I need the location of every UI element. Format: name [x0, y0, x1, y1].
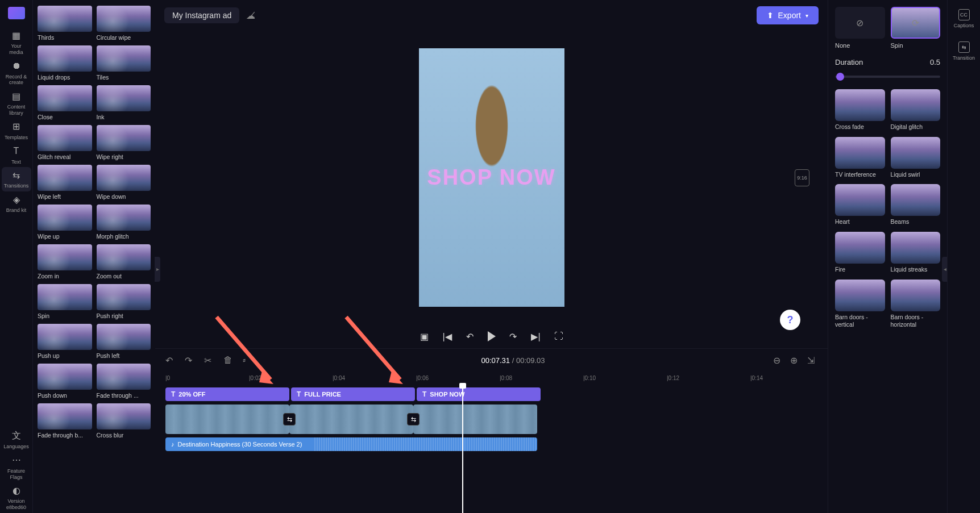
chevron-down-icon: ▾ — [805, 12, 808, 19]
transition-push-down[interactable]: Push down — [38, 364, 92, 399]
delete-icon[interactable]: 🗑 — [223, 355, 234, 365]
transition-thumb — [38, 205, 92, 231]
text-icon: T — [297, 390, 301, 398]
skip-forward-icon[interactable]: ▶| — [531, 331, 541, 341]
nav-version-e-bed-[interactable]: ◐Version e8bed60 — [2, 482, 31, 513]
undo-icon[interactable]: ↶ — [165, 355, 176, 365]
video-clip[interactable] — [165, 404, 289, 434]
option-thumb: ⟳ — [891, 7, 941, 39]
rewind-icon[interactable]: ↶ — [465, 331, 475, 341]
cut-icon[interactable]: ✂ — [204, 355, 214, 365]
project-title[interactable]: My Instagram ad — [164, 7, 239, 23]
ruler-tick: |0:14 — [750, 375, 763, 381]
transition-tiles[interactable]: Tiles — [97, 45, 151, 81]
skip-back-icon[interactable]: |◀ — [442, 331, 452, 341]
transition-morph-glitch[interactable]: Morph glitch — [97, 205, 151, 240]
cloud-sync-icon[interactable]: ☁̸ — [246, 10, 255, 21]
transition-wipe-down[interactable]: Wipe down — [97, 165, 151, 200]
transition-barn-doors-vertical[interactable]: Barn doors - vertical — [835, 280, 885, 329]
transition-circular-wipe[interactable]: Circular wipe — [97, 6, 151, 41]
transition-cross-fade[interactable]: Cross fade — [835, 89, 885, 131]
transition-liquid-streaks[interactable]: Liquid streaks — [891, 232, 941, 274]
transition-glitch-reveal[interactable]: Glitch reveal — [38, 125, 92, 160]
text-clip[interactable]: TFULL PRICE — [291, 387, 415, 401]
transition-tv-interference[interactable]: TV interference — [835, 137, 885, 179]
timeline-ruler[interactable]: |0|0:02|0:04|0:06|0:08|0:10|0:12|0:14 — [155, 372, 828, 387]
nav-content-library[interactable]: ▤Content library — [2, 88, 31, 119]
text-clip[interactable]: TSHOP NOW — [417, 387, 541, 401]
collapse-right-icon[interactable]: ◂ — [942, 257, 947, 282]
text-clip[interactable]: T20% OFF — [165, 387, 289, 401]
transition-barn-doors-horizontal[interactable]: Barn doors - horizontal — [891, 280, 941, 329]
export-button[interactable]: ⬆ Export ▾ — [757, 6, 819, 24]
transition-thumb — [38, 125, 92, 151]
transition-wipe-left[interactable]: Wipe left — [38, 165, 92, 200]
transition-spin[interactable]: Spin — [38, 284, 92, 319]
help-button[interactable]: ? — [780, 310, 800, 330]
nav-languages[interactable]: 文Languages — [2, 428, 31, 452]
audio-clip[interactable]: ♪Destination Happiness (30 Seconds Verse… — [165, 437, 537, 451]
transition-digital-glitch[interactable]: Digital glitch — [891, 89, 941, 131]
playhead[interactable] — [462, 387, 463, 513]
transition-wipe-up[interactable]: Wipe up — [38, 205, 92, 240]
nav-icon: ▦ — [11, 30, 22, 41]
transition-thumb — [835, 232, 885, 264]
video-clip[interactable] — [289, 404, 413, 434]
duration-label: Duration — [835, 58, 863, 66]
transition-thumb — [835, 184, 885, 216]
nav-transition[interactable]: ⇆Transition — [949, 39, 979, 64]
fullscreen-icon[interactable]: ⛶ — [554, 331, 564, 341]
split-icon[interactable]: ⸗ — [243, 355, 253, 365]
play-button[interactable] — [488, 331, 496, 341]
transition-fire[interactable]: Fire — [835, 232, 885, 274]
zoom-fit-icon[interactable]: ⇲ — [807, 355, 817, 365]
nav-transitions[interactable]: ⇆Transitions — [2, 167, 31, 191]
video-preview[interactable]: SHOP NOW — [419, 48, 564, 307]
nav-record-create[interactable]: ⏺Record & create — [2, 58, 31, 89]
transition-beams[interactable]: Beams — [891, 184, 941, 226]
transition-marker[interactable]: ⇆ — [283, 413, 296, 426]
zoom-out-icon[interactable]: ⊖ — [773, 355, 783, 365]
transition-push-right[interactable]: Push right — [97, 284, 151, 319]
transition-zoom-out[interactable]: Zoom out — [97, 244, 151, 280]
transition-thumb — [38, 244, 92, 270]
ruler-tick: |0:06 — [416, 375, 429, 381]
forward-icon[interactable]: ↷ — [508, 331, 518, 341]
nav-icon: ⇆ — [958, 41, 970, 53]
transition-push-left[interactable]: Push left — [97, 324, 151, 359]
nav-templates[interactable]: ⊞Templates — [2, 119, 31, 143]
zoom-in-icon[interactable]: ⊕ — [790, 355, 800, 365]
transition-marker[interactable]: ⇆ — [407, 413, 420, 426]
redo-icon[interactable]: ↷ — [185, 355, 195, 365]
app-logo[interactable] — [8, 7, 25, 19]
transition-liquid-swirl[interactable]: Liquid swirl — [891, 137, 941, 179]
nav-text[interactable]: TText — [2, 143, 31, 168]
text-icon: T — [422, 390, 426, 398]
transition-fade-through-[interactable]: Fade through ... — [97, 364, 151, 399]
ruler-tick: |0 — [165, 375, 170, 381]
transition-option-none[interactable]: ⊘None — [835, 7, 885, 49]
music-icon: ♪ — [171, 441, 175, 448]
aspect-ratio-badge[interactable]: 9:16 — [795, 169, 809, 186]
slider-thumb[interactable] — [836, 73, 844, 81]
video-clip[interactable] — [413, 404, 537, 434]
transition-ink[interactable]: Ink — [97, 85, 151, 120]
transition-heart[interactable]: Heart — [835, 184, 885, 226]
transition-liquid-drops[interactable]: Liquid drops — [38, 45, 92, 81]
nav-your-media[interactable]: ▦Your media — [2, 27, 31, 58]
transition-zoom-in[interactable]: Zoom in — [38, 244, 92, 280]
transition-close[interactable]: Close — [38, 85, 92, 120]
duration-slider[interactable] — [835, 76, 940, 78]
transition-fade-through-b-[interactable]: Fade through b... — [38, 403, 92, 439]
duration-value: 0.5 — [930, 58, 940, 66]
transition-wipe-right[interactable]: Wipe right — [97, 125, 151, 160]
transition-thirds[interactable]: Thirds — [38, 6, 92, 41]
nav-brand-kit[interactable]: ◈Brand kit — [2, 191, 31, 216]
nav-captions[interactable]: CCCaptions — [949, 7, 979, 31]
audio-track: ♪Destination Happiness (30 Seconds Verse… — [165, 437, 817, 451]
crop-icon[interactable]: ▣ — [420, 331, 430, 341]
transition-cross-blur[interactable]: Cross blur — [97, 403, 151, 439]
nav-feature-flags[interactable]: ⋯Feature Flags — [2, 452, 31, 483]
transition-push-up[interactable]: Push up — [38, 324, 92, 359]
transition-option-spin[interactable]: ⟳Spin — [891, 7, 941, 49]
